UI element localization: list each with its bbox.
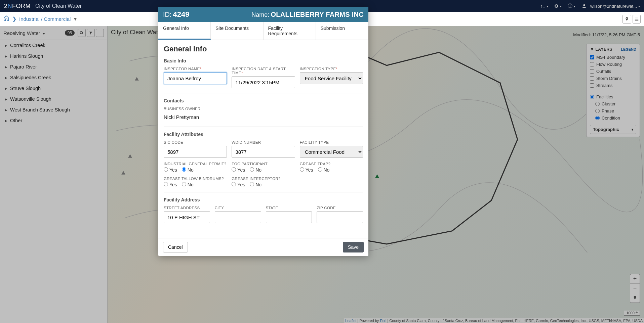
- sort-icon[interactable]: ↑↓ ▾: [540, 3, 548, 9]
- chevron-down-icon[interactable]: ▾: [74, 16, 77, 22]
- tab-submission[interactable]: Submission: [316, 22, 368, 40]
- section-contacts: Contacts BUSINESS OWNER Nicki Prettyman: [164, 98, 363, 127]
- section-heading: Facility Attributes: [164, 132, 363, 137]
- brand-logo: 2NFORM: [4, 3, 31, 10]
- tab-general-info[interactable]: General Info: [158, 22, 211, 40]
- chevron-right-icon: ❯: [12, 16, 16, 22]
- section-basic-info: Basic Info INSPECTOR NAME* INSPECTION DA…: [164, 58, 363, 93]
- help-icon[interactable]: ⓘ ▾: [568, 3, 575, 9]
- modal-tabs: General Info Site Documents Facility Req…: [158, 22, 368, 40]
- igp-no-radio[interactable]: [182, 167, 186, 172]
- business-owner-value: Nicki Prettyman: [164, 112, 363, 122]
- inspection-modal: ID: 4249 Name: OLALLIEBERRY FARMS INC Ge…: [158, 7, 368, 256]
- int-no-radio[interactable]: [250, 182, 254, 186]
- brand-pre: 2: [4, 3, 8, 9]
- fog-yes-radio[interactable]: [232, 167, 236, 172]
- name-label: Name:: [251, 11, 269, 18]
- home-icon[interactable]: [3, 15, 9, 23]
- pin-button[interactable]: [622, 15, 631, 24]
- city-input[interactable]: [215, 211, 261, 223]
- facility-type-select[interactable]: Commercial Food: [300, 146, 363, 158]
- brand-post: FORM: [12, 3, 31, 9]
- cancel-button[interactable]: Cancel: [163, 242, 188, 252]
- wdid-label: WDID NUMBER: [232, 140, 295, 144]
- section-heading: Facility Address: [164, 197, 363, 202]
- trap-yes-radio[interactable]: [300, 167, 304, 172]
- facility-type-label: FACILITY TYPE: [300, 140, 363, 144]
- chevron-down-icon: ▾: [574, 4, 575, 8]
- fog-label: FOG PARTICIPANT: [232, 162, 295, 166]
- pin-icon: [625, 17, 629, 21]
- gear-icon[interactable]: ⚙ ▾: [554, 3, 562, 9]
- inspector-name-input[interactable]: [164, 72, 227, 84]
- fog-no-radio[interactable]: [250, 167, 254, 172]
- inspection-type-select[interactable]: Food Service Facility: [300, 72, 363, 84]
- business-owner-label: BUSINESS OWNER: [164, 107, 363, 111]
- section-facility-address: Facility Address STREET ADDRESS CITY STA…: [164, 197, 363, 228]
- id-value: 4249: [173, 10, 190, 19]
- city-label: CITY: [215, 206, 261, 210]
- tallow-yes-radio[interactable]: [164, 182, 168, 186]
- tab-facility-requirements[interactable]: Facility Requirements: [264, 22, 316, 40]
- sic-code-input[interactable]: [164, 146, 227, 158]
- chevron-down-icon: ▾: [638, 4, 640, 8]
- modal-footer: Cancel Save: [158, 238, 368, 256]
- user-email: wilson@2ndnaturewat...: [590, 4, 637, 9]
- trap-no-radio[interactable]: [318, 167, 322, 172]
- street-input[interactable]: [164, 211, 210, 223]
- user-icon: [581, 3, 587, 9]
- tallow-label: GREASE TALLOW BIN/DRUMS?: [164, 177, 227, 181]
- interceptor-label: GREASE INTERCEPTOR?: [232, 177, 295, 181]
- tab-site-documents[interactable]: Site Documents: [211, 22, 263, 40]
- save-button[interactable]: Save: [343, 242, 364, 252]
- brand-mid: N: [8, 3, 12, 9]
- zip-input[interactable]: [317, 211, 363, 223]
- tallow-no-radio[interactable]: [182, 182, 186, 186]
- chevron-down-icon: ▾: [560, 4, 562, 8]
- menu-button[interactable]: [633, 15, 641, 24]
- wdid-input[interactable]: [232, 146, 295, 158]
- section-heading: Contacts: [164, 98, 363, 103]
- section-heading: Basic Info: [164, 58, 363, 63]
- svg-point-0: [583, 4, 585, 6]
- igp-yes-radio[interactable]: [164, 167, 168, 172]
- zip-label: ZIP CODE: [317, 206, 363, 210]
- chevron-down-icon: ▾: [547, 4, 548, 8]
- breadcrumb-current[interactable]: Industrial / Commercial: [19, 16, 71, 22]
- menu-icon: [634, 17, 639, 21]
- modal-header: ID: 4249 Name: OLALLIEBERRY FARMS INC: [158, 7, 368, 22]
- inspection-date-label: INSPECTION DATE & START TIME*: [232, 67, 295, 75]
- city-title: City of Clean Water: [35, 3, 82, 9]
- state-input[interactable]: [266, 211, 312, 223]
- grease-trap-label: GREASE TRAP?: [300, 162, 363, 166]
- inspection-date-input[interactable]: [232, 76, 295, 88]
- section-facility-attributes: Facility Attributes SIC CODE WDID NUMBER…: [164, 132, 363, 192]
- inspection-type-label: INSPECTION TYPE*: [300, 67, 363, 71]
- inspector-name-label: INSPECTOR NAME*: [164, 67, 227, 71]
- sic-code-label: SIC CODE: [164, 140, 227, 144]
- user-menu[interactable]: wilson@2ndnaturewat... ▾: [581, 3, 640, 9]
- street-label: STREET ADDRESS: [164, 206, 210, 210]
- int-yes-radio[interactable]: [232, 182, 236, 186]
- igp-label: INDUSTRIAL GENERAL PERMIT?: [164, 162, 227, 166]
- state-label: STATE: [266, 206, 312, 210]
- id-label: ID:: [163, 11, 172, 18]
- modal-heading: General Info: [164, 45, 363, 53]
- name-value: OLALLIEBERRY FARMS INC: [271, 11, 364, 18]
